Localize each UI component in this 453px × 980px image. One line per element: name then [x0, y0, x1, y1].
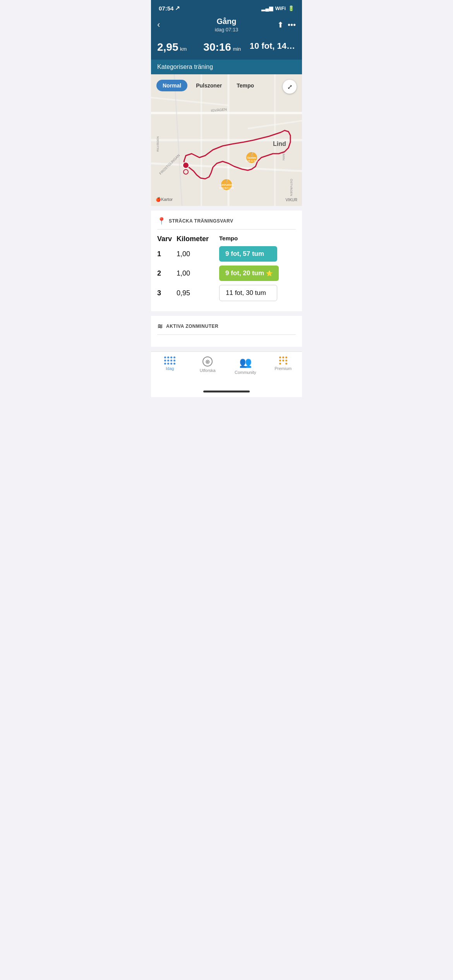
location-icon: ↗	[175, 5, 180, 12]
lap-number: 1	[157, 250, 177, 258]
svg-text:Wärdshuset: Wärdshuset	[219, 187, 233, 189]
svg-text:ÖSTVÄGEN: ÖSTVÄGEN	[290, 179, 293, 196]
back-button[interactable]: ‹	[157, 20, 160, 30]
time-label: 07:54	[159, 5, 173, 12]
activity-title: Gång	[215, 17, 239, 26]
zones-icon: ≋	[157, 322, 163, 331]
table-row: 2 1,00 9 fot, 20 tum ⭐	[157, 266, 296, 281]
idag-icon	[164, 356, 175, 365]
lap-number: 3	[157, 289, 177, 297]
wifi-icon: WiFi	[275, 5, 286, 11]
categorize-bar: Kategorisera träning	[151, 60, 302, 74]
community-icon: 👥	[239, 356, 252, 368]
community-label: Community	[235, 370, 256, 375]
svg-text:Lind: Lind	[273, 140, 286, 147]
premium-label: Premium	[275, 366, 292, 371]
utforska-label: Utforska	[200, 368, 216, 373]
elevation-value: 10 fot, 14…	[250, 41, 295, 51]
lap-km: 0,95	[177, 289, 219, 297]
table-row: 1 1,00 9 fot, 57 tum	[157, 246, 296, 262]
categorize-label: Kategorisera träning	[157, 63, 213, 70]
home-indicator	[151, 385, 302, 397]
pace-badge-1: 9 fot, 57 tum	[219, 246, 277, 262]
nav-item-premium[interactable]: Premium	[271, 356, 295, 375]
zones-section-header: ≋ AKTIVA ZONMINUTER	[157, 322, 296, 335]
status-time: 07:54 ↗	[159, 5, 180, 12]
signal-icon: ▂▄▆	[261, 5, 273, 11]
distance-unit: km	[180, 46, 187, 52]
map-section: Normal Pulszoner Tempo ⤢ IGVÄGEN RILVÄGE…	[151, 74, 302, 206]
laps-section: 📍 STRÄCKA TRÄNINGSVARV Varv Kilometer Te…	[151, 211, 302, 311]
laps-section-header: 📍 STRÄCKA TRÄNINGSVARV	[157, 217, 296, 230]
activity-subtitle: idag 07:13	[215, 27, 239, 33]
stats-row: 2,95 km 30:16 min 10 fot, 14…	[151, 38, 302, 60]
nav-item-utforska[interactable]: ◎ Utforska	[196, 356, 219, 375]
nav-item-community[interactable]: 👥 Community	[234, 356, 257, 375]
bottom-nav: Idag ◎ Utforska 👥 Community Premium	[151, 351, 302, 385]
idag-label: Idag	[166, 366, 174, 371]
duration-unit: min	[233, 46, 241, 52]
utforska-icon: ◎	[202, 356, 213, 367]
tab-tempo[interactable]: Tempo	[230, 80, 260, 91]
stat-distance: 2,95 km	[157, 41, 203, 53]
lap-km: 1,00	[177, 269, 219, 278]
map-tabs: Normal Pulszoner Tempo	[156, 80, 260, 91]
svg-text:Gustav: Gustav	[247, 156, 256, 159]
laps-table-header: Varv Kilometer Tempo	[157, 235, 296, 246]
star-icon: ⭐	[266, 270, 273, 276]
svg-point-16	[183, 162, 189, 168]
lap-pace: 9 fot, 57 tum	[219, 246, 296, 262]
tab-normal[interactable]: Normal	[156, 80, 187, 91]
laps-table: Varv Kilometer Tempo 1 1,00 9 fot, 57 tu…	[157, 235, 296, 301]
lap-number: 2	[157, 269, 177, 278]
lap-km: 1,00	[177, 250, 219, 258]
laps-icon: 📍	[157, 217, 166, 225]
svg-text:Grill & Bar: Grill & Bar	[245, 159, 258, 162]
zones-title: AKTIVA ZONMINUTER	[166, 324, 218, 329]
nav-item-idag[interactable]: Idag	[158, 356, 182, 375]
status-indicators: ▂▄▆ WiFi 🔋	[261, 5, 294, 11]
duration-value: 30:16	[203, 41, 231, 53]
svg-text:Lindvallen: Lindvallen	[220, 183, 233, 186]
more-icon[interactable]: •••	[288, 21, 296, 29]
lap-pace: 9 fot, 20 tum ⭐	[219, 266, 296, 281]
pace-badge-2: 9 fot, 20 tum ⭐	[219, 266, 279, 281]
col-header-km: Kilometer	[177, 235, 219, 243]
share-icon[interactable]: ⬆	[277, 20, 284, 29]
activity-header: ‹ Gång idag 07:13 ⬆ •••	[151, 14, 302, 38]
expand-icon: ⤢	[287, 83, 292, 91]
status-bar: 07:54 ↗ ▂▄▆ WiFi 🔋	[151, 0, 302, 14]
lap-pace: 11 fot, 30 tum	[219, 285, 296, 301]
premium-icon	[279, 356, 287, 365]
distance-value: 2,95	[157, 41, 178, 53]
map-watermark: 🍎Kartor	[156, 197, 173, 202]
map-watermark-right: VIKUR	[285, 198, 297, 202]
col-header-pace: Tempo	[219, 235, 296, 243]
header-actions: ⬆ •••	[277, 20, 296, 29]
stat-elevation: 10 fot, 14…	[250, 41, 296, 53]
spacer	[151, 347, 302, 351]
col-header-lap: Varv	[157, 235, 177, 243]
svg-text:🍴: 🍴	[225, 179, 229, 183]
active-zones-section: ≋ AKTIVA ZONMINUTER	[151, 316, 302, 347]
battery-icon: 🔋	[288, 5, 294, 11]
laps-title: STRÄCKA TRÄNINGSVARV	[169, 218, 233, 224]
tab-pulszoner[interactable]: Pulszoner	[190, 80, 228, 91]
svg-text:🍴: 🍴	[250, 152, 254, 156]
table-row: 3 0,95 11 fot, 30 tum	[157, 285, 296, 301]
activity-map: IGVÄGEN RILVÄGEN FROSTGLINGAN KÄRN ÖSTVÄ…	[151, 74, 302, 206]
map-expand-button[interactable]: ⤢	[283, 80, 297, 94]
pace-badge-3: 11 fot, 30 tum	[219, 285, 277, 301]
home-bar	[203, 391, 250, 392]
stat-duration: 30:16 min	[203, 41, 249, 53]
svg-text:RILVÄGEN: RILVÄGEN	[156, 136, 160, 152]
